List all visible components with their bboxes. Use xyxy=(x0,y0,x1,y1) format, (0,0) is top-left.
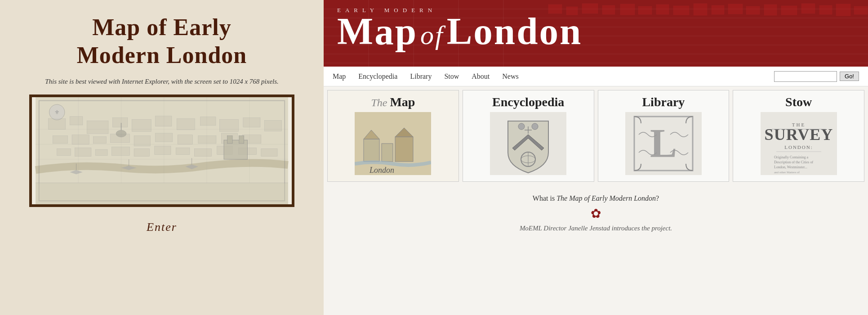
svg-text:London, Westminster...: London, Westminster... xyxy=(774,165,807,169)
nav-search: Go! xyxy=(774,71,859,82)
svg-rect-81 xyxy=(801,4,815,14)
card-library-image: L xyxy=(605,112,722,175)
header-logo-top: Early Modern xyxy=(337,7,582,14)
site-header: Early Modern MapofLondon xyxy=(324,0,868,67)
left-panel: Map of Early Modern London This site is … xyxy=(0,0,324,315)
map-title-word: Map xyxy=(390,95,415,109)
header-logo: Early Modern MapofLondon xyxy=(337,7,582,47)
svg-rect-73 xyxy=(656,4,669,14)
header-map-text: Map xyxy=(337,10,418,52)
svg-rect-77 xyxy=(728,4,743,14)
svg-rect-86 xyxy=(364,139,379,162)
card-stow[interactable]: Stow THE SURVEY LONDON: Originally Conta… xyxy=(733,90,864,182)
svg-text:L: L xyxy=(650,121,677,166)
svg-rect-69 xyxy=(582,4,598,14)
card-encyclopedia[interactable]: Encyclopedia xyxy=(463,90,594,182)
svg-rect-24 xyxy=(75,148,91,156)
library-card-svg: L xyxy=(625,112,702,175)
svg-rect-29 xyxy=(176,148,189,154)
svg-rect-82 xyxy=(819,5,832,14)
what-is-text: What is The Map of Early Modern London? xyxy=(533,194,659,202)
svg-rect-7 xyxy=(156,116,172,126)
svg-rect-72 xyxy=(638,6,652,14)
nav-stow[interactable]: Stow xyxy=(444,72,459,81)
svg-rect-80 xyxy=(781,6,797,15)
svg-rect-15 xyxy=(93,136,107,143)
card-map[interactable]: The Map London xyxy=(327,90,459,182)
svg-text:London: London xyxy=(369,166,394,175)
card-library[interactable]: Library L xyxy=(598,90,730,182)
svg-rect-20 xyxy=(198,135,216,143)
browser-notice: This site is best viewed with Internet E… xyxy=(45,78,279,86)
svg-text:LONDON:: LONDON: xyxy=(784,144,813,150)
svg-text:Description of the Cities of: Description of the Cities of xyxy=(774,160,813,164)
map-image-svg: ⚜ xyxy=(32,97,292,204)
svg-rect-30 xyxy=(194,148,211,156)
svg-text:Originally Containing a: Originally Containing a xyxy=(774,155,808,159)
svg-rect-17 xyxy=(134,135,150,146)
enter-link[interactable]: Enter xyxy=(147,220,177,234)
right-panel: Early Modern MapofLondon Map Encyclopedi… xyxy=(324,0,868,315)
svg-rect-75 xyxy=(694,4,707,15)
nav-bar: Map Encyclopedia Library Stow About News… xyxy=(324,67,868,86)
flower-divider: ✿ xyxy=(591,206,601,221)
bottom-section: What is The Map of Early Modern London? … xyxy=(324,185,868,237)
svg-rect-13 xyxy=(53,135,67,143)
nav-encyclopedia[interactable]: Encyclopedia xyxy=(358,72,397,81)
search-input[interactable] xyxy=(774,71,837,82)
svg-rect-27 xyxy=(134,148,149,156)
header-london-text: London xyxy=(447,10,583,52)
svg-rect-71 xyxy=(620,4,635,15)
svg-rect-14 xyxy=(72,135,89,144)
card-encyclopedia-image xyxy=(469,112,587,175)
header-logo-main: MapofLondon xyxy=(337,15,582,47)
the-prefix: The xyxy=(371,97,390,108)
nav-library[interactable]: Library xyxy=(410,72,432,81)
svg-rect-84 xyxy=(854,6,868,14)
svg-text:and other Matters of: and other Matters of xyxy=(774,171,800,174)
svg-rect-10 xyxy=(220,119,239,131)
what-is-title: The Map of Early Modern London xyxy=(556,194,656,202)
svg-rect-36 xyxy=(239,135,244,143)
nav-map[interactable]: Map xyxy=(333,72,346,81)
svg-rect-6 xyxy=(132,119,151,131)
svg-rect-5 xyxy=(113,117,128,127)
svg-rect-33 xyxy=(261,148,277,156)
svg-rect-19 xyxy=(178,135,192,144)
svg-rect-35 xyxy=(227,135,232,143)
card-stow-title: Stow xyxy=(785,95,812,109)
svg-text:⚜: ⚜ xyxy=(54,109,60,116)
svg-rect-8 xyxy=(177,118,195,130)
svg-rect-74 xyxy=(673,6,689,15)
svg-rect-45 xyxy=(36,183,288,204)
map-card-svg: London xyxy=(355,112,431,175)
card-map-title: The Map xyxy=(371,95,415,109)
svg-rect-88 xyxy=(382,144,393,162)
card-encyclopedia-title: Encyclopedia xyxy=(492,95,564,109)
svg-rect-79 xyxy=(764,4,777,15)
svg-rect-70 xyxy=(602,5,615,14)
encyclopedia-card-svg xyxy=(490,112,566,175)
card-map-image: London xyxy=(334,112,452,175)
svg-rect-28 xyxy=(155,146,171,154)
svg-point-96 xyxy=(518,123,525,130)
svg-rect-76 xyxy=(712,5,724,14)
svg-rect-11 xyxy=(243,117,260,127)
map-image-container[interactable]: ⚜ xyxy=(29,94,294,207)
svg-rect-12 xyxy=(264,120,281,131)
director-text: MoEML Director Janelle Jenstad introduce… xyxy=(520,225,672,232)
nav-about[interactable]: About xyxy=(472,72,490,81)
svg-rect-2 xyxy=(49,118,66,129)
svg-point-97 xyxy=(532,123,538,130)
svg-rect-83 xyxy=(836,4,850,16)
nav-news[interactable]: News xyxy=(502,72,518,81)
svg-rect-4 xyxy=(87,121,108,134)
svg-rect-23 xyxy=(57,148,71,155)
svg-rect-9 xyxy=(200,117,216,126)
go-button[interactable]: Go! xyxy=(840,72,859,81)
nav-links: Map Encyclopedia Library Stow About News xyxy=(333,72,774,81)
cards-row: The Map London Ency xyxy=(324,86,868,185)
header-of-text: of xyxy=(420,20,444,50)
card-stow-image: THE SURVEY LONDON: Originally Containing… xyxy=(740,112,858,175)
svg-text:SURVEY: SURVEY xyxy=(764,126,833,144)
